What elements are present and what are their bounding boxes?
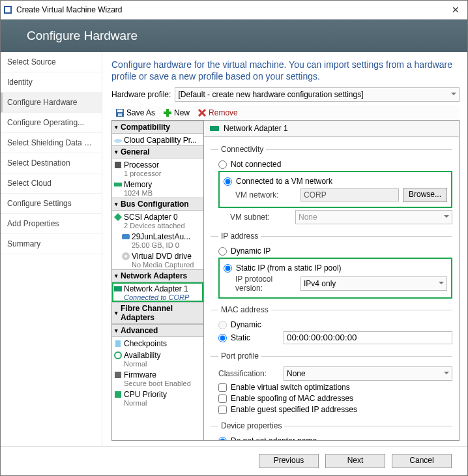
ip-protocol-select[interactable]: IPv4 only xyxy=(300,276,447,291)
step-summary[interactable]: Summary xyxy=(1,234,102,254)
step-select-destination[interactable]: Select Destination xyxy=(1,153,102,173)
device-properties-group: Device properties Do not set adapter nam… xyxy=(211,421,452,440)
radio-mac-static-input[interactable] xyxy=(218,334,227,342)
radio-mac-dynamic-input xyxy=(218,321,227,329)
previous-button[interactable]: Previous xyxy=(259,454,319,468)
titlebar: Create Virtual Machine Wizard ✕ xyxy=(1,1,467,20)
dvd-icon xyxy=(121,252,130,261)
step-select-source[interactable]: Select Source xyxy=(1,52,102,72)
browse-button[interactable]: Browse... xyxy=(403,188,447,202)
tree-firmware[interactable]: Firmware Secure boot Enabled xyxy=(112,368,203,388)
cpu-priority-sub: Normal xyxy=(124,399,201,407)
tree-cloud-capability[interactable]: Cloud Capability Pr... xyxy=(112,134,203,145)
step-add-properties[interactable]: Add Properties xyxy=(1,214,102,234)
radio-no-adapter-name-input[interactable] xyxy=(218,437,227,440)
tree-checkpoints[interactable]: Checkpoints xyxy=(112,337,203,349)
cancel-button[interactable]: Cancel xyxy=(392,454,452,468)
remove-label: Remove xyxy=(209,108,238,117)
check-guest-ip-input[interactable] xyxy=(218,406,227,414)
compat-label: Compatibility xyxy=(121,123,170,132)
bus-label: Bus Configuration xyxy=(121,200,189,209)
svg-point-9 xyxy=(114,139,122,143)
step-shielding-data[interactable]: Select Shielding Data File xyxy=(1,133,102,153)
mac-group: MAC address Dynamic Static xyxy=(211,305,452,348)
svg-rect-16 xyxy=(114,286,122,291)
processor-label: Processor xyxy=(124,160,201,170)
footer: Previous Next Cancel xyxy=(1,446,467,475)
collapse-icon: ▾ xyxy=(115,273,118,279)
static-ip-label: Static IP (from a static IP pool) xyxy=(236,263,342,273)
mac-spoof-label: Enable spoofing of MAC addresses xyxy=(231,394,353,403)
radio-static-ip-input[interactable] xyxy=(224,264,232,273)
check-vswitch-opt-input[interactable] xyxy=(218,383,227,392)
detail-pane: Network Adapter 1 Connectivity Not conne… xyxy=(204,121,459,440)
not-connected-label: Not connected xyxy=(231,160,281,169)
network-label: Network Adapters xyxy=(121,271,187,280)
disk-sub: 25.00 GB, ID 0 xyxy=(132,241,201,249)
port-legend: Port profile xyxy=(218,351,261,361)
checkpoint-icon xyxy=(113,339,123,348)
radio-mac-static[interactable]: Static xyxy=(218,333,284,342)
radio-no-adapter-name[interactable]: Do not set adapter name xyxy=(218,436,452,440)
dvd-label: Virtual DVD drive xyxy=(132,252,201,261)
check-vswitch-opt[interactable]: Enable virtual switch optimizations xyxy=(218,383,452,392)
availability-sub: Normal xyxy=(124,360,201,368)
tree-dvd[interactable]: Virtual DVD drive No Media Captured xyxy=(112,250,203,269)
classification-select[interactable]: None xyxy=(284,366,452,381)
radio-connected[interactable]: Connected to a VM network xyxy=(224,177,447,186)
hardware-profile-select[interactable]: [Default - create new hardware configura… xyxy=(175,87,460,102)
svg-rect-4 xyxy=(118,113,122,116)
tree-network-adapter-1[interactable]: Network Adapter 1 Connected to CORP xyxy=(112,282,203,302)
step-select-cloud[interactable]: Select Cloud xyxy=(1,173,102,194)
save-as-button[interactable]: Save As xyxy=(113,108,158,118)
step-configure-hardware[interactable]: Configure Hardware xyxy=(1,93,102,113)
tree-scsi[interactable]: SCSI Adapter 0 2 Devices attached xyxy=(112,211,203,230)
dialog-window: Create Virtual Machine Wizard ✕ Configur… xyxy=(0,0,468,476)
radio-connected-input[interactable] xyxy=(224,177,232,186)
close-icon[interactable]: ✕ xyxy=(446,5,465,15)
radio-dynamic-ip-input[interactable] xyxy=(218,247,227,256)
new-label: New xyxy=(174,108,190,117)
window-title: Create Virtual Machine Wizard xyxy=(16,5,123,14)
check-guest-ip[interactable]: Enable guest specified IP addresses xyxy=(218,405,452,414)
new-button[interactable]: New xyxy=(160,108,192,118)
radio-not-connected-input[interactable] xyxy=(218,160,227,169)
next-button[interactable]: Next xyxy=(325,454,385,468)
step-configure-settings[interactable]: Configure Settings xyxy=(1,194,102,214)
check-mac-spoof[interactable]: Enable spoofing of MAC addresses xyxy=(218,394,452,403)
tree-header-compatibility[interactable]: ▾Compatibility xyxy=(112,121,203,134)
step-identity[interactable]: Identity xyxy=(1,72,102,93)
scsi-sub: 2 Devices attached xyxy=(124,222,201,230)
tree-cpu-priority[interactable]: CPU Priority Normal xyxy=(112,388,203,408)
general-label: General xyxy=(121,147,150,156)
plus-icon xyxy=(163,108,172,117)
remove-button[interactable]: Remove xyxy=(195,108,241,118)
tree-header-network[interactable]: ▾Network Adapters xyxy=(112,269,203,282)
radio-dynamic-ip[interactable]: Dynamic IP xyxy=(218,246,452,256)
guest-ip-label: Enable guest specified IP addresses xyxy=(231,405,357,414)
detail-title: Network Adapter 1 xyxy=(224,124,288,133)
cpu-priority-label: CPU Priority xyxy=(124,390,201,399)
tree-memory[interactable]: Memory 1024 MB xyxy=(112,178,203,198)
hardware-profile-label: Hardware profile: xyxy=(111,90,171,99)
availability-label: Availability xyxy=(124,351,201,360)
tree-availability[interactable]: Availability Normal xyxy=(112,349,203,368)
nic-label: Network Adapter 1 xyxy=(124,284,201,293)
hardware-tree: ▾Compatibility Cloud Capability Pr... ▾G… xyxy=(112,121,204,440)
tree-header-fc[interactable]: ▾Fibre Channel Adapters xyxy=(112,302,203,324)
tree-header-advanced[interactable]: ▾Advanced xyxy=(112,324,203,337)
tree-header-general[interactable]: ▾General xyxy=(112,145,203,158)
check-mac-spoof-input[interactable] xyxy=(218,394,227,403)
radio-not-connected[interactable]: Not connected xyxy=(218,160,452,169)
tree-processor[interactable]: Processor 1 processor xyxy=(112,158,203,178)
firmware-label: Firmware xyxy=(124,370,201,379)
intro-text: Configure hardware for the virtual machi… xyxy=(111,59,460,82)
radio-static-ip[interactable]: Static IP (from a static IP pool) xyxy=(224,263,447,273)
tree-disk[interactable]: 29JunLatestAu... 25.00 GB, ID 0 xyxy=(112,230,203,250)
connectivity-legend: Connectivity xyxy=(218,145,266,154)
tree-header-bus[interactable]: ▾Bus Configuration xyxy=(112,198,203,211)
step-configure-operating[interactable]: Configure Operating... xyxy=(1,113,102,133)
mac-address-input[interactable] xyxy=(284,331,452,344)
vm-subnet-label: VM subnet: xyxy=(218,213,295,222)
svg-rect-1 xyxy=(5,7,10,12)
